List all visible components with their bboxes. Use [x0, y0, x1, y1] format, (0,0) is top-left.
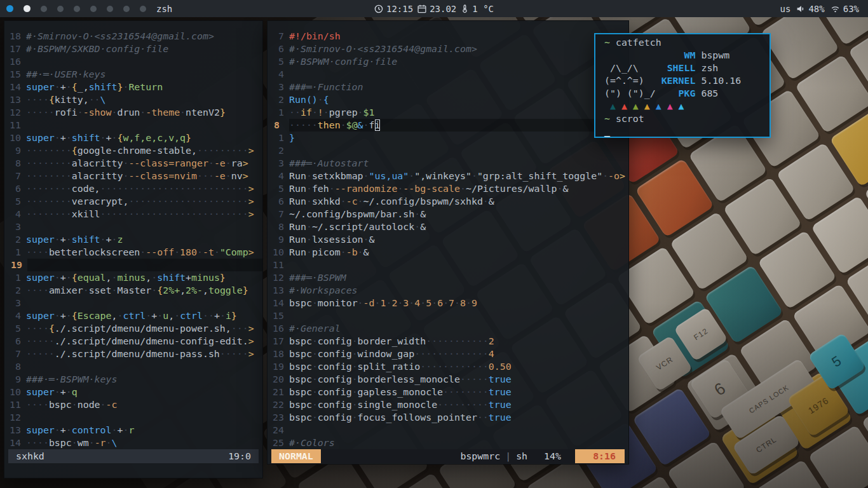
code-segment-txt: & [363, 247, 369, 258]
editor-line: 14bspc·monitor·-d·1·2·3·4·5·6·7·8·9 [273, 297, 628, 309]
code-segment-pal4: ▲ [656, 100, 661, 112]
line-number: 18 [10, 30, 26, 43]
code-segment-ws: · [409, 170, 414, 182]
code-segment-txt: Master [117, 285, 151, 296]
editor-line: 7~/.config/bspwm/bar.sh·& [273, 208, 628, 220]
code-segment-ws: · [306, 247, 312, 258]
code-segment-org: 8 [460, 297, 466, 309]
line-number: 11 [273, 259, 289, 271]
code-segment-txt: border_width [358, 336, 426, 347]
workspace-dot-9[interactable] [140, 6, 146, 12]
statusline-scroll-percent: 14% [544, 449, 561, 463]
code-segment-org: --class=ranger [128, 158, 208, 169]
line-content: #·Colors [289, 437, 628, 449]
editor-line: 18#·Smirnov-O·<ss2316544@gmail.com> [10, 30, 262, 43]
code-segment-txt [639, 100, 644, 112]
workspace-dot-5[interactable] [74, 6, 80, 12]
focused-window-title: zsh [156, 4, 172, 14]
code-segment-yel: } [186, 132, 191, 144]
line-number: 9 [10, 144, 26, 157]
line-content: #·Smirnov-O·<ss2316544@gmail.com> [26, 30, 262, 43]
workspace-dot-6[interactable] [90, 6, 97, 12]
code-segment-txt: lxsession [312, 234, 363, 245]
floating-terminal-catfetch[interactable]: ~ catfetch WM bspwm /\_/\ SHELL zsh(=^.^… [594, 33, 771, 138]
workspace-dot-8[interactable] [123, 6, 130, 12]
code-segment-com: ###═·BSPWM [289, 272, 346, 283]
code-segment-ws: · [306, 170, 312, 182]
code-segment-ws: · [214, 247, 220, 258]
code-segment-txt: ./.script/dmenu/dmenu-pass.sh [55, 348, 220, 360]
code-segment-txt: ntenV2 [186, 107, 220, 118]
workspace-dot-7[interactable] [107, 6, 113, 12]
workspace-dot-2[interactable] [24, 5, 31, 12]
editor-line: 6#·Smirnov-O·<ss2316544@gmail.com> [273, 43, 628, 55]
keyboard-layout[interactable]: us [780, 4, 791, 14]
editor-buffer-bspwmrc[interactable]: 7#!/bin/sh6#·Smirnov-O·<ss2316544@gmail.… [268, 21, 628, 449]
line-content: Run·lxsession·& [289, 233, 628, 246]
code-segment-txt: split_ratio [358, 361, 421, 372]
line-number: 16 [273, 322, 289, 335]
statusline-cursor-position: 19:0 [228, 449, 251, 463]
code-segment-ws: · [352, 412, 358, 423]
line-content: Run·feh·--randomize·--bg-scale·~/Picture… [289, 182, 628, 195]
line-content: #·BSPWM·config·file [289, 55, 628, 68]
editor-line: 7········alacritty·--class=nvim···-e·nv> [10, 170, 262, 182]
network-module[interactable]: 63% [831, 4, 859, 14]
code-segment-ws: · [174, 310, 180, 322]
code-segment-txt: ./.script/dmenu/dmenu-config-edit. [55, 336, 248, 347]
line-number: 10 [10, 132, 26, 144]
line-number: 2 [273, 144, 289, 157]
volume-module[interactable]: 48% [796, 4, 824, 14]
code-segment-txt: + [106, 234, 112, 245]
code-segment-ws: ··· [197, 170, 214, 182]
line-number: 19 [273, 360, 289, 373]
editor-line: 13#·Workspaces [273, 284, 628, 297]
code-segment-yel: > [248, 208, 254, 220]
line-number: 2 [10, 233, 26, 246]
editor-line: 11 [10, 119, 262, 132]
code-segment-com: #·Smirnov-O·<ss2316544@gmail.com> [289, 43, 477, 55]
line-content: super·+·control·+·r [26, 424, 262, 437]
line-content: } [289, 132, 628, 144]
line-content: ·····./.script/dmenu/dmenu-config-edit.> [26, 335, 262, 348]
workspace-dot-4[interactable] [57, 6, 64, 12]
code-segment-ws: ··· [231, 323, 248, 334]
terminal-window-bspwmrc[interactable]: 7#!/bin/sh6#·Smirnov-O·<ss2316544@gmail.… [267, 20, 629, 464]
workspace-dot-1[interactable] [6, 5, 13, 12]
code-segment-ws: · [352, 361, 358, 372]
code-segment-grn: r [128, 424, 134, 436]
code-segment-kw: \ [112, 437, 118, 449]
code-segment-txt: , [146, 272, 151, 283]
code-segment-ws: · [306, 234, 312, 245]
code-segment-txt [650, 100, 656, 112]
code-segment-ws: ·· [477, 412, 489, 423]
thermometer-icon [461, 4, 469, 13]
code-segment-txt: Run [289, 170, 306, 182]
code-segment-txt: & [420, 221, 426, 233]
line-content: bspc·config·window_gap·············4 [289, 348, 628, 360]
code-segment-ws: · [100, 132, 106, 144]
code-segment-ws: · [312, 336, 318, 347]
code-segment-txt: borderless_monocle [358, 374, 460, 385]
line-number: 7 [10, 348, 26, 360]
line-content: ········veracrypt,·····················> [26, 195, 262, 208]
code-segment-txt: picom [312, 247, 341, 258]
code-segment-ws: · [226, 170, 231, 182]
workspace-dot-3[interactable] [41, 6, 47, 12]
code-segment-txt: bspwm [695, 50, 729, 61]
code-segment-grn: $1 [363, 107, 375, 118]
editor-buffer-sxhkd[interactable]: 18#·Smirnov-O·<ss2316544@gmail.com>17#·B… [4, 21, 262, 449]
code-segment-txt: bspc [289, 386, 312, 398]
code-segment-ws: · [363, 234, 369, 245]
code-segment-txt: ~/Pictures/wallp [466, 183, 557, 194]
code-segment-org: -c [106, 399, 118, 410]
code-segment-ws: · [466, 297, 471, 309]
line-content: ##·═·USER·keys [26, 68, 262, 81]
line-content: Run()·{ [289, 93, 628, 106]
fetch-output-line: _ [604, 125, 770, 138]
line-number: 21 [273, 386, 289, 398]
code-segment-ws: · [341, 196, 346, 207]
terminal-window-sxhkd[interactable]: 18#·Smirnov-O·<ss2316544@gmail.com>17#·B… [4, 20, 263, 478]
line-content: bspc·config·borderless_monocle·····true [289, 373, 628, 386]
code-segment-txt: bspc [49, 437, 72, 449]
